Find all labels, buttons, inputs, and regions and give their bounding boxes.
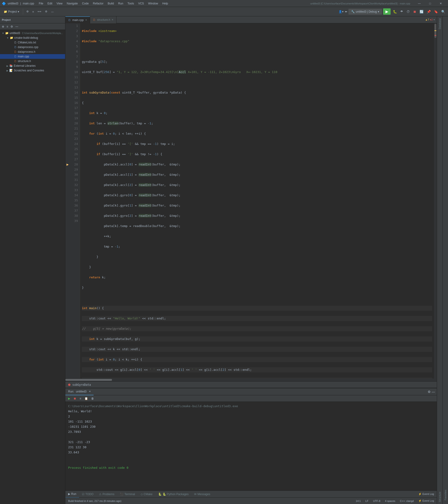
back-button[interactable]: ⬅ (345, 10, 347, 13)
minimize-panel-icon[interactable]: — (432, 390, 435, 394)
build-status[interactable]: Build finished in 4 sec, 217 ms (8 minut… (67, 500, 122, 502)
h-icon-dataprocess: 🗋 (14, 50, 17, 54)
menu-navigate[interactable]: Navigate (65, 1, 80, 6)
database-tab[interactable]: Database (437, 16, 442, 31)
line-endings[interactable]: LF (364, 500, 369, 502)
expand-icon[interactable]: ▾ (433, 18, 435, 21)
ln-9: 9 (72, 64, 78, 70)
menu-vcs[interactable]: VCS (136, 1, 146, 6)
indent-settings[interactable]: 4 spaces (384, 500, 396, 502)
toolbar-minus-btn[interactable]: — (50, 9, 55, 14)
run-again-button[interactable]: ▶ (67, 396, 71, 401)
favorites-tab[interactable]: Favorites (443, 488, 448, 502)
ln-6: 6 (72, 49, 78, 54)
maximize-button[interactable]: □ (425, 0, 435, 7)
tab-main-cpp[interactable]: 🗋 main.cpp ✕ (65, 16, 90, 23)
menu-run[interactable]: Run (116, 1, 125, 6)
bookmark-button[interactable]: 🔖 (433, 9, 439, 15)
menu-help[interactable]: Help (161, 1, 170, 6)
tab-close-structure-h[interactable]: ✕ (111, 18, 113, 21)
event-log-button[interactable]: ⚡ Event Log (418, 493, 437, 496)
clear-output-btn[interactable]: 🗑 (90, 396, 95, 401)
sidebar-item-cmake-build-debug[interactable]: ▼ 📁 cmake-build-debug (0, 36, 65, 40)
coverage-button[interactable]: ☂ (399, 9, 404, 15)
toolbar-list-btn[interactable]: ≡ (31, 9, 35, 14)
sidebar-item-structure-h[interactable]: 🗋 structure.h (0, 59, 65, 63)
profile-button[interactable]: ⏱ (406, 9, 411, 15)
cursor-position[interactable]: 14:1 (355, 500, 362, 502)
ln-18: 18 (72, 111, 78, 116)
vcs-user-icon[interactable]: 👤▾ (339, 10, 343, 13)
bottom-toolbar-tab-problems[interactable]: ⚠ Problems (96, 491, 117, 498)
project-dropdown[interactable]: 📁 Project ▾ (2, 9, 21, 14)
editor-scrollbar[interactable] (434, 23, 437, 378)
sidebar-minimize-btn[interactable]: — (15, 24, 19, 29)
run-output: C:\Users\surface\Documents\Workspace\Cli… (65, 402, 437, 490)
tab-structure-h[interactable]: 🗋 structure.h ✕ (90, 16, 117, 23)
minimize-button[interactable]: — (414, 0, 425, 7)
menu-refactor[interactable]: Refactor (91, 1, 105, 6)
run-button[interactable]: ▶ (383, 8, 391, 15)
sidebar-item-main-cpp[interactable]: 🗋 main.cpp (0, 54, 65, 59)
bottom-toolbar-tab-messages[interactable]: ✉ Messages (191, 491, 213, 498)
sidebar-item-untitled3[interactable]: ▼ 📁 untitled3 C:\Users\surface\Documents… (0, 31, 65, 36)
reload-button[interactable]: 🔄 (419, 9, 424, 15)
debug-run-button[interactable]: 🐛 (392, 9, 398, 15)
sidebar-item-cmakelists[interactable]: 🗋 CMakeLists.txt (0, 40, 65, 45)
code-content[interactable]: #include <iostream> #include "dataproces… (80, 23, 434, 378)
toolbar-sort-btn[interactable]: ⟺ (36, 9, 43, 14)
error-indicator-1 (434, 35, 436, 36)
toolbar-settings-btn[interactable]: ⚙ (25, 9, 30, 14)
stop-button[interactable]: ⏹ (412, 9, 417, 15)
menu-tools[interactable]: Tools (125, 1, 136, 6)
menu-window[interactable]: Window (146, 1, 160, 6)
encoding[interactable]: UTF-8 (372, 500, 381, 502)
bottom-toolbar-tab-cmake[interactable]: ◇ CMake (138, 491, 155, 498)
ln-14: 14 (72, 90, 78, 95)
attach-button[interactable]: 📌 (426, 9, 432, 15)
menu-file[interactable]: File (37, 1, 45, 6)
code-line-6 (82, 80, 432, 85)
language-server[interactable]: C++: clangd (399, 500, 415, 502)
bottom-toolbar-tab-python[interactable]: 🐍 🐍 Python Packages (155, 491, 192, 498)
run-list-btn[interactable]: ≡ (79, 396, 82, 401)
code-line-23: } (82, 254, 432, 259)
debug-config-dropdown[interactable]: 🔧 untitled3 | Debug ▾ (349, 9, 382, 15)
sidebar-item-dataprocess-cpp[interactable]: 🗋 dataprocess.cpp (0, 45, 65, 50)
code-line-12: if (buffer[i] == '[' && tmp == -1) tmp =… (82, 141, 432, 146)
sidebar-item-scratches[interactable]: ▶ 📝 Scratches and Consoles (0, 68, 65, 73)
menu-build[interactable]: Build (106, 1, 116, 6)
run-tab-close[interactable]: ✕ (89, 390, 91, 393)
sidebar-list-btn[interactable]: ≡ (6, 24, 9, 29)
bottom-toolbar-tab-todo[interactable]: ☑ TODO (79, 491, 96, 498)
stop-run-button[interactable]: ⏹ (72, 396, 77, 401)
gutter-34 (65, 193, 70, 198)
sidebar-item-dataprocess-h[interactable]: 🗋 dataprocess.h (0, 50, 65, 54)
menu-code[interactable]: Code (80, 1, 90, 6)
search-everywhere-button[interactable]: 🔍 (440, 9, 446, 15)
ln-8: 8 (72, 59, 78, 64)
toolbar-gear-btn[interactable]: ⚙ (44, 9, 49, 14)
tab-close-main-cpp[interactable]: ✕ (85, 19, 87, 21)
sidebar-item-external-libs[interactable]: ▶ 📚 External Libraries (0, 63, 65, 68)
run-output-line-7: 231 122 30 (68, 445, 434, 450)
horizontal-scrollbar[interactable] (65, 378, 437, 381)
run-output-line-2: 2 (68, 414, 434, 419)
menu-view[interactable]: View (54, 1, 64, 6)
bottom-toolbar-tab-run[interactable]: ▶ Run (65, 491, 79, 498)
settings-icon[interactable]: ⚙ (428, 390, 431, 394)
structure-tab[interactable]: Structure (437, 490, 442, 504)
bottom-toolbar-tab-terminal[interactable]: ⬛ Terminal (117, 491, 138, 498)
sidebar-settings-btn[interactable]: ⚙ (10, 24, 14, 29)
code-line-9: int k = 0; (82, 111, 432, 116)
menu-edit[interactable]: Edit (46, 1, 54, 6)
close-button[interactable]: ✕ (435, 0, 446, 7)
copy-output-btn[interactable]: 📋 (84, 396, 89, 401)
event-log-status[interactable]: ⚡ Event Log (417, 499, 435, 502)
bottom-tab-run[interactable]: Run: untitled3 ✕ (65, 388, 93, 395)
h-scrollbar-thumb[interactable] (65, 379, 112, 381)
run-output-line-blank2 (68, 455, 434, 460)
gutter-18 (65, 111, 70, 116)
sidebar-add-btn[interactable]: ⊕ (1, 24, 5, 29)
gutter-1 (65, 23, 70, 28)
